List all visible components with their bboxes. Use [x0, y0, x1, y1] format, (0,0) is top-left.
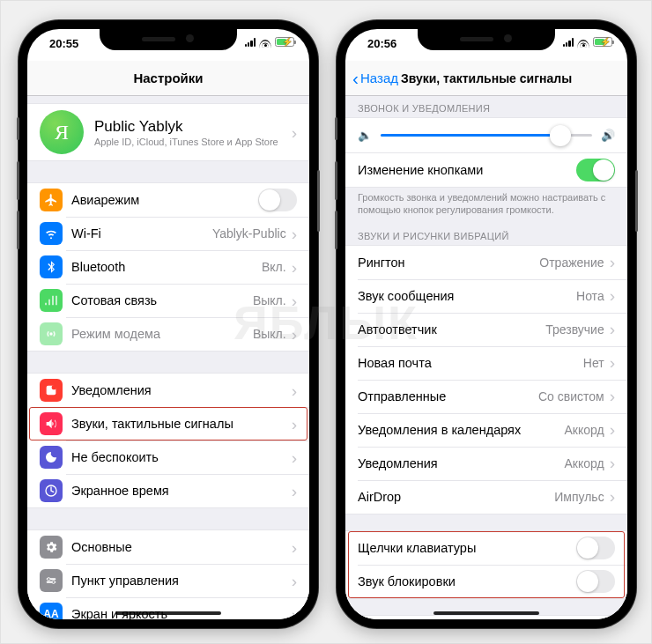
airplane-icon	[40, 189, 63, 211]
settings-row[interactable]: Новая почтаНет›	[345, 346, 627, 380]
settings-row[interactable]: Режим модемаВыкл.›	[27, 317, 309, 351]
row-label: Основные	[71, 540, 292, 554]
chevron-right-icon: ›	[292, 226, 297, 242]
chevron-right-icon: ›	[292, 449, 297, 466]
wifi-status-icon	[577, 38, 589, 47]
row-label: Не беспокоить	[71, 450, 292, 464]
settings-row[interactable]: Экранное время›	[27, 474, 309, 507]
settings-row[interactable]: BluetoothВкл.›	[27, 250, 309, 284]
row-detail: Выкл.	[253, 293, 286, 307]
row-detail: Со свистом	[538, 389, 604, 403]
signal-icon	[245, 38, 256, 47]
signal-icon	[563, 38, 574, 47]
row-label: Пункт управления	[71, 574, 292, 588]
settings-row[interactable]: Не беспокоить›	[27, 440, 309, 474]
chevron-right-icon: ›	[610, 488, 615, 505]
keyboard-clicks-toggle[interactable]	[576, 537, 615, 559]
bluetooth-icon	[40, 255, 63, 278]
row-label: Сотовая связь	[71, 293, 253, 307]
chevron-right-icon: ›	[292, 539, 297, 556]
settings-row[interactable]: УведомленияАккорд›	[345, 447, 627, 480]
chevron-right-icon: ›	[610, 354, 615, 371]
row-detail: Вкл.	[262, 260, 286, 274]
apple-id-row[interactable]: Я Public Yablyk Apple ID, iCloud, iTunes…	[27, 103, 309, 161]
sound-icon	[40, 412, 63, 435]
toggle[interactable]	[258, 189, 297, 211]
wifi-icon	[40, 222, 63, 245]
settings-row[interactable]: Уведомления в календаряхАккорд›	[345, 413, 627, 447]
settings-row[interactable]: AirDropИмпульс›	[345, 480, 627, 514]
row-detail: Импульс	[554, 490, 604, 504]
settings-row[interactable]: Уведомления›	[27, 374, 309, 407]
nav-bar: Настройки	[27, 61, 309, 96]
display-icon: AA	[40, 603, 63, 619]
row-label: Звуки, тактильные сигналы	[71, 417, 292, 431]
settings-group-attention: Уведомления›Звуки, тактильные сигналы›Не…	[27, 373, 309, 508]
volume-slider[interactable]	[381, 134, 592, 137]
page-title: Настройки	[133, 70, 203, 85]
keyboard-clicks-row[interactable]: Щелчки клавиатуры	[345, 531, 627, 565]
sounds-content[interactable]: ЗВОНОК И УВЕДОМЛЕНИЯ 🔈 🔊 Изменение кнопк…	[345, 96, 627, 619]
home-indicator[interactable]	[115, 611, 221, 615]
settings-row[interactable]: ОтправленныеСо свистом›	[345, 380, 627, 413]
chevron-right-icon: ›	[292, 573, 297, 589]
svg-point-7	[52, 581, 55, 583]
phone-frame-right: 20:56 ⚡ ‹Назад Звуки, тактильные сигналы…	[337, 20, 636, 628]
chevron-left-icon: ‹	[352, 69, 359, 87]
general-icon	[40, 536, 63, 559]
wifi-status-icon	[259, 38, 271, 47]
chevron-right-icon: ›	[292, 326, 297, 343]
row-label: Отправленные	[358, 389, 538, 403]
lock-sound-row[interactable]: Звук блокировки	[345, 565, 627, 598]
chevron-right-icon: ›	[292, 292, 297, 309]
settings-row[interactable]: РингтонОтражение›	[345, 246, 627, 279]
chevron-right-icon: ›	[292, 416, 297, 433]
settings-group-general: Основные›Пункт управления›AAЭкран и ярко…	[27, 529, 309, 619]
settings-row[interactable]: Основные›	[27, 530, 309, 564]
notch	[418, 29, 555, 50]
settings-row[interactable]: Авиарежим	[27, 183, 309, 217]
settings-row[interactable]: Звук сообщенияНота›	[345, 279, 627, 313]
apple-id-sub: Apple ID, iCloud, iTunes Store и App Sto…	[94, 137, 278, 147]
speaker-high-icon: 🔊	[601, 129, 615, 142]
row-label: Рингтон	[358, 255, 539, 270]
notification-icon	[40, 379, 63, 402]
chevron-right-icon: ›	[610, 254, 615, 270]
back-button[interactable]: ‹Назад	[352, 69, 398, 87]
chevron-right-icon: ›	[610, 421, 615, 438]
row-label: Изменение кнопками	[358, 163, 576, 177]
speaker-low-icon: 🔈	[358, 129, 372, 142]
row-detail: Аккорд	[565, 423, 604, 437]
row-label: Звук сообщения	[358, 289, 576, 303]
row-label: Щелчки клавиатуры	[358, 541, 576, 555]
battery-icon: ⚡	[275, 37, 294, 47]
chevron-right-icon: ›	[292, 483, 297, 500]
settings-content[interactable]: Я Public Yablyk Apple ID, iCloud, iTunes…	[27, 96, 309, 619]
settings-row[interactable]: АвтоответчикТрезвучие›	[345, 313, 627, 346]
svg-point-6	[48, 578, 50, 581]
row-detail: Yablyk-Public	[212, 226, 286, 241]
home-indicator[interactable]	[433, 611, 539, 615]
row-label: Новая почта	[358, 356, 583, 370]
apple-id-name: Public Yablyk	[94, 118, 278, 136]
change-with-buttons-row[interactable]: Изменение кнопками	[345, 153, 627, 187]
chevron-right-icon: ›	[610, 388, 615, 404]
settings-group-tones: РингтонОтражение›Звук сообщенияНота›Авто…	[345, 245, 627, 514]
row-detail: Трезвучие	[545, 322, 604, 337]
row-label: Bluetooth	[71, 260, 262, 274]
settings-row[interactable]: Звуки, тактильные сигналы›	[27, 407, 309, 440]
settings-group-clicks: Щелчки клавиатуры Звук блокировки	[345, 530, 627, 599]
settings-row[interactable]: Wi-FiYablyk-Public›	[27, 217, 309, 250]
system-haptics-row[interactable]: Системные тактильные	[345, 616, 627, 620]
row-label: Режим модема	[71, 327, 253, 341]
settings-row[interactable]: Пункт управления›	[27, 564, 309, 597]
page-title: Звуки, тактильные сигналы	[401, 71, 572, 85]
settings-row[interactable]: Сотовая связьВыкл.›	[27, 284, 309, 317]
dnd-icon	[40, 446, 63, 469]
svg-point-2	[52, 385, 56, 389]
settings-row[interactable]: AAЭкран и яркость›	[27, 597, 309, 619]
lock-sound-toggle[interactable]	[576, 570, 615, 593]
section-header-ringer: ЗВОНОК И УВЕДОМЛЕНИЯ	[345, 96, 627, 117]
change-with-buttons-toggle[interactable]	[576, 159, 615, 181]
notch	[100, 29, 237, 50]
